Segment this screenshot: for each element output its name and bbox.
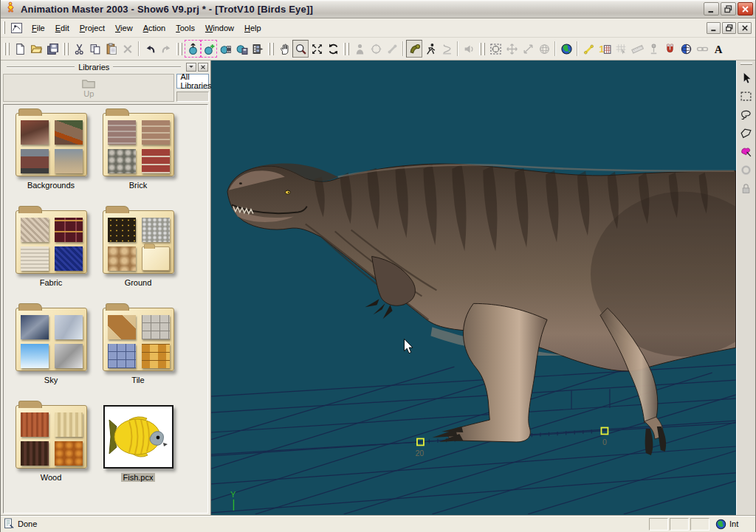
thumbnail-storm-clouds <box>21 315 49 339</box>
menu-item-edit[interactable]: Edit <box>50 21 75 35</box>
new-document-button[interactable] <box>12 40 28 58</box>
mdi-close-button[interactable] <box>738 22 752 34</box>
world-icon <box>560 43 573 55</box>
bound-group-button[interactable] <box>487 40 504 58</box>
library-save-button[interactable] <box>233 40 250 58</box>
library-item-fish-pcx[interactable]: Fish.pcx <box>97 400 179 483</box>
turn-button[interactable] <box>325 40 341 58</box>
toolbar-separator <box>554 41 556 56</box>
key-skeletal-button[interactable]: 1 <box>597 40 613 58</box>
grid-snap-button <box>613 40 629 58</box>
redo-button <box>158 40 174 58</box>
folder-icon <box>16 405 87 469</box>
panel-menu-button[interactable] <box>186 63 196 72</box>
translate-button <box>504 40 520 58</box>
save-all-button[interactable] <box>44 40 61 58</box>
magnet-button[interactable] <box>662 40 678 58</box>
palette-grip[interactable] <box>740 63 752 65</box>
library-refresh-button[interactable] <box>185 40 201 58</box>
open-folder-button[interactable] <box>28 40 44 58</box>
bound-select-tool-button[interactable] <box>738 87 755 106</box>
library-item-wood[interactable]: Wood <box>10 400 92 483</box>
select-arrow-tool-button[interactable] <box>738 69 755 87</box>
menu-item-file[interactable]: File <box>27 21 50 35</box>
paste-button[interactable] <box>103 40 120 58</box>
toolbar-grip-view[interactable] <box>267 43 275 55</box>
library-item-brick[interactable]: Brick <box>97 108 179 191</box>
dynamics-icon <box>441 43 453 55</box>
rotate-wire-button <box>536 40 552 58</box>
world-button[interactable] <box>558 40 574 58</box>
viewport-birds-eye[interactable]: 20 0 Y <box>211 61 736 515</box>
save-all-icon <box>47 43 59 55</box>
muscle-button[interactable] <box>406 40 422 58</box>
toolbar-grip-mode[interactable] <box>343 43 350 55</box>
thumbnail-red-brick <box>142 149 170 173</box>
menu-item-project[interactable]: Project <box>75 21 110 35</box>
toolbar-grip-library[interactable] <box>176 43 183 55</box>
panel-groove <box>113 66 181 68</box>
library-item-fabric[interactable]: Fabric <box>10 205 92 289</box>
application-window: Animation Master 2003 - Show6 V9.prj * -… <box>0 0 756 532</box>
delete-button <box>120 40 136 58</box>
library-add-button[interactable] <box>201 40 217 58</box>
world-rotate-button[interactable] <box>678 40 694 58</box>
patch-select-tool-button[interactable] <box>738 142 755 161</box>
thumbnail-cream-weave <box>21 246 49 271</box>
toolbar-grip-file[interactable] <box>3 43 10 55</box>
polygon-lasso-tool-button[interactable] <box>738 124 755 142</box>
library-item-sky[interactable]: Sky <box>10 303 92 386</box>
libraries-panel-header[interactable]: Libraries <box>1 61 210 72</box>
mdi-restore-button[interactable] <box>722 22 736 34</box>
film-button[interactable] <box>250 40 266 58</box>
library-filter-combobox[interactable]: All Libraries <box>176 74 209 89</box>
mdi-minimize-icon <box>709 24 718 32</box>
library-item-ground[interactable]: Ground <box>97 205 179 289</box>
zoom-fit-icon <box>311 43 323 55</box>
mdi-minimize-button[interactable] <box>707 22 721 34</box>
bone-yellow-button[interactable] <box>580 40 597 58</box>
menu-item-help[interactable]: Help <box>239 21 267 35</box>
thumbnail-town-photo <box>55 120 83 145</box>
menu-item-action[interactable]: Action <box>138 21 171 35</box>
panel-close-button[interactable] <box>198 63 208 72</box>
library-item-label: Backgrounds <box>25 181 77 190</box>
close-icon <box>740 4 750 14</box>
thumbnail-diamond-wood <box>108 315 136 339</box>
menubar-grip[interactable] <box>3 21 5 34</box>
library-filter-value: All Libraries <box>177 72 211 90</box>
library-capture-button[interactable] <box>217 40 233 58</box>
minimize-button[interactable] <box>704 2 719 15</box>
folder-icon <box>103 308 174 371</box>
lasso-tool-button[interactable] <box>738 106 755 124</box>
library-refresh-icon <box>187 43 199 55</box>
menu-item-view[interactable]: View <box>110 21 138 35</box>
thumbnail-subfolder <box>142 246 170 271</box>
letter-a-button[interactable]: A <box>710 40 726 58</box>
zoom-fit-button[interactable] <box>309 40 325 58</box>
library-item-tile[interactable]: Tile <box>97 303 179 386</box>
pan-hand-button[interactable] <box>276 40 292 58</box>
skeletal-button[interactable] <box>422 40 439 58</box>
close-button[interactable] <box>738 2 753 15</box>
library-item-backgrounds[interactable]: Backgrounds <box>10 108 92 191</box>
delete-icon <box>122 43 134 55</box>
chain-icon <box>696 43 709 55</box>
letter-a-icon: A <box>712 43 725 55</box>
title-bar: Animation Master 2003 - Show6 V9.prj * -… <box>1 0 755 18</box>
document-icon[interactable] <box>10 21 24 35</box>
restore-button[interactable] <box>721 2 736 15</box>
zoom-magnifier-button[interactable] <box>292 40 309 58</box>
copy-icon <box>89 43 102 55</box>
menu-item-tools[interactable]: Tools <box>171 21 200 35</box>
menu-item-window[interactable]: Window <box>200 21 239 35</box>
toolbar-grip-edit[interactable] <box>62 43 69 55</box>
thumbnail-gray-brick <box>108 120 136 145</box>
library-path-field <box>176 91 209 102</box>
copy-button[interactable] <box>87 40 103 58</box>
thumbnail-dark-soil <box>108 218 136 242</box>
toolbar-grip-manipulate[interactable] <box>478 43 486 55</box>
cut-button[interactable] <box>71 40 87 58</box>
undo-button[interactable] <box>142 40 158 58</box>
library-up-button[interactable]: Up <box>3 74 174 102</box>
